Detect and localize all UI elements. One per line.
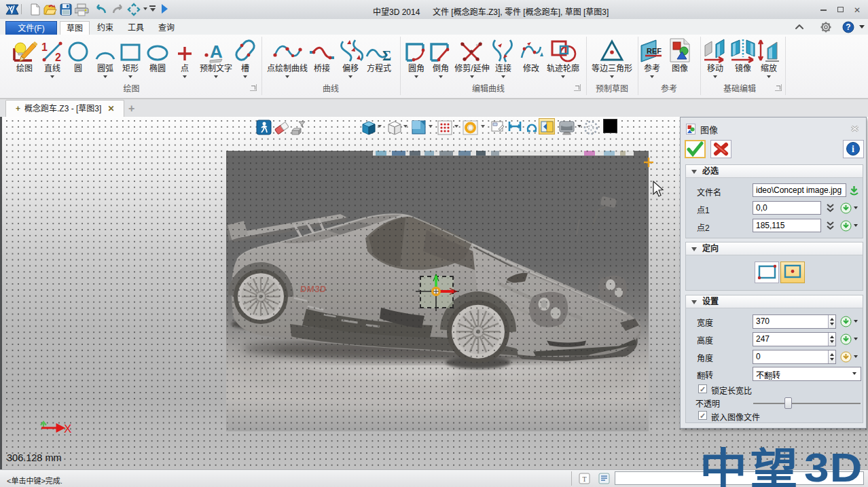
svg-text:T: T [582,475,586,483]
svg-text:X: X [64,422,71,435]
svg-text:i: i [852,144,854,154]
svg-text:Σ: Σ [382,48,391,63]
svg-text:REF: REF [647,47,662,55]
svg-text:A: A [210,41,223,62]
svg-text:?: ? [846,22,850,32]
svg-text:2: 2 [55,52,61,63]
svg-text:1: 1 [41,41,48,53]
